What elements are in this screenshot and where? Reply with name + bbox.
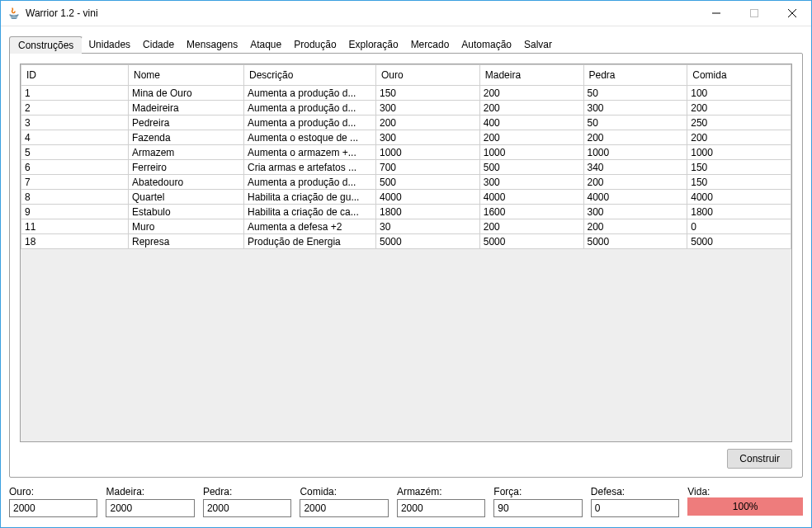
table-row[interactable]: 6FerreiroCria armas e artefatos ...70050… (21, 160, 791, 175)
stat-armazem-value[interactable] (397, 499, 485, 517)
status-bar: Ouro: Madeira: Pedra: Comida: Armazém: F… (9, 486, 803, 517)
table-cell: 200 (376, 116, 480, 130)
table-cell: Produção de Energia (244, 234, 376, 249)
table-cell: Quartel (129, 190, 244, 205)
tab-mensagens[interactable]: Mensagens (180, 36, 244, 53)
stat-defesa-value[interactable] (591, 499, 679, 517)
table-cell: 50 (583, 86, 687, 101)
table-cell: 150 (687, 175, 791, 190)
stat-madeira-value[interactable] (106, 499, 194, 517)
table-cell: 300 (583, 101, 687, 116)
col-comida[interactable]: Comida (687, 65, 791, 86)
tab-cidade[interactable]: Cidade (136, 36, 181, 53)
table-cell: 0 (687, 219, 791, 234)
table-row[interactable]: 7AbatedouroAumenta a produção d...500300… (21, 175, 791, 190)
table-cell: 50 (583, 116, 687, 130)
table-row[interactable]: 4FazendaAumenta o estoque de ...30020020… (21, 130, 791, 145)
table-cell: 200 (479, 219, 583, 234)
tab-ataque[interactable]: Ataque (243, 36, 288, 53)
table-cell: 5000 (376, 234, 480, 249)
table-cell: 100 (687, 86, 791, 101)
stat-armazem: Armazém: (397, 486, 485, 517)
table-body: 1Mina de OuroAumenta a produção d...1502… (21, 86, 791, 249)
table-row[interactable]: 1Mina de OuroAumenta a produção d...1502… (21, 86, 791, 101)
table-cell: 150 (376, 86, 480, 101)
table-cell: 700 (376, 160, 480, 175)
table-cell: Aumenta o estoque de ... (244, 130, 376, 145)
minimize-button[interactable] (697, 1, 735, 26)
tab-mercado[interactable]: Mercado (404, 36, 456, 53)
col-nome[interactable]: Nome (129, 65, 244, 86)
table-cell: 7 (21, 175, 129, 190)
life-bar: 100% (687, 497, 803, 516)
stat-madeira: Madeira: (106, 486, 194, 517)
table-cell: 4000 (583, 190, 687, 205)
table-cell: 6 (21, 160, 129, 175)
table-cell: 500 (479, 160, 583, 175)
table-cell: Habilita a criação de gu... (244, 190, 376, 205)
stat-madeira-label: Madeira: (106, 486, 194, 497)
table-cell: Abatedouro (129, 175, 244, 190)
table-cell: Armazem (129, 145, 244, 160)
table-row[interactable]: 18RepresaProdução de Energia500050005000… (21, 234, 791, 249)
table-cell: 4000 (376, 190, 480, 205)
client-area: Construções Unidades Cidade Mensagens At… (1, 26, 811, 527)
table-cell: 8 (21, 190, 129, 205)
col-id[interactable]: ID (21, 65, 129, 86)
table-cell: 150 (687, 160, 791, 175)
tab-construcoes[interactable]: Construções (9, 36, 83, 54)
tabstrip: Construções Unidades Cidade Mensagens At… (9, 33, 803, 53)
stat-defesa: Defesa: (591, 486, 679, 517)
table-cell: Fazenda (129, 130, 244, 145)
table-cell: 300 (376, 101, 480, 116)
col-pedra[interactable]: Pedra (583, 65, 687, 86)
window-title: Warrior 1.2 - vini (26, 7, 98, 19)
maximize-button[interactable] (735, 1, 773, 26)
table-cell: 400 (479, 116, 583, 130)
col-ouro[interactable]: Ouro (376, 65, 480, 86)
tab-producao[interactable]: Produção (287, 36, 342, 53)
tab-automacao[interactable]: Automação (455, 36, 518, 53)
table-cell: 200 (687, 130, 791, 145)
stat-ouro-label: Ouro: (9, 486, 97, 497)
tab-exploracao[interactable]: Exploração (342, 36, 405, 53)
table-cell: 11 (21, 219, 129, 234)
close-button[interactable] (773, 1, 811, 26)
table-cell: Aumenta a defesa +2 (244, 219, 376, 234)
table-cell: 1800 (687, 205, 791, 219)
stat-comida-value[interactable] (300, 499, 388, 517)
stat-forca-label: Força: (493, 486, 582, 497)
stat-pedra-value[interactable] (203, 499, 291, 517)
tab-unidades[interactable]: Unidades (82, 36, 137, 53)
stat-armazem-label: Armazém: (397, 486, 485, 497)
table-cell: 5 (21, 145, 129, 160)
col-descricao[interactable]: Descrição (244, 65, 376, 86)
table-row[interactable]: 11MuroAumenta a defesa +2302002000 (21, 219, 791, 234)
table-row[interactable]: 2MadeireiraAumenta a produção d...300200… (21, 101, 791, 116)
stat-forca-value[interactable] (493, 499, 582, 517)
tab-salvar[interactable]: Salvar (517, 36, 559, 53)
table-cell: Ferreiro (129, 160, 244, 175)
table-row[interactable]: 8QuartelHabilita a criação de gu...40004… (21, 190, 791, 205)
table-cell: 3 (21, 116, 129, 130)
table-cell: 500 (376, 175, 480, 190)
stat-vida: Vida: 100% (687, 486, 803, 517)
stat-comida-label: Comida: (300, 486, 388, 497)
table-cell: 1000 (479, 145, 583, 160)
table-cell: 5000 (687, 234, 791, 249)
table-cell: 2 (21, 101, 129, 116)
construir-button[interactable]: Construir (727, 449, 792, 469)
table-cell: 200 (583, 130, 687, 145)
stat-forca: Força: (493, 486, 582, 517)
buildings-table[interactable]: ID Nome Descrição Ouro Madeira Pedra Com… (21, 64, 791, 249)
stat-ouro-value[interactable] (9, 499, 97, 517)
table-cell: 200 (479, 101, 583, 116)
table-row[interactable]: 5ArmazemAumenta o armazem +...1000100010… (21, 145, 791, 160)
col-madeira[interactable]: Madeira (479, 65, 583, 86)
titlebar[interactable]: Warrior 1.2 - vini (1, 1, 811, 26)
table-cell: Mina de Ouro (129, 86, 244, 101)
table-cell: Aumenta a produção d... (244, 101, 376, 116)
table-row[interactable]: 9EstabuloHabilita a criação de ca...1800… (21, 205, 791, 219)
table-row[interactable]: 3PedreiraAumenta a produção d...20040050… (21, 116, 791, 130)
table-cell: Estabulo (129, 205, 244, 219)
